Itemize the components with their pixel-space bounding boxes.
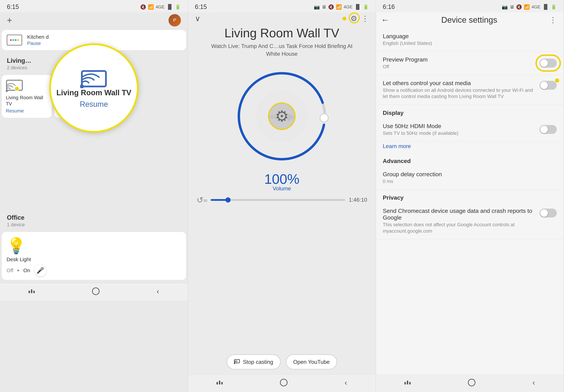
preview-program-toggle[interactable]: [540, 59, 557, 68]
network-label: 4GE: [156, 4, 165, 10]
dot-red: [10, 39, 12, 41]
language-title: Language: [383, 33, 557, 40]
device-circle-highlight[interactable]: Living Room Wall TV Resume: [49, 43, 139, 133]
settings-footer: [376, 239, 564, 244]
group-delay-text: Group delay correction 0 ms: [383, 171, 557, 184]
let-others-control-row[interactable]: Let others control your cast media Show …: [376, 75, 564, 105]
more-options-3[interactable]: ⋮: [549, 15, 557, 24]
back-button-3-nav[interactable]: ‹: [533, 378, 535, 387]
status-time-2: 6:15: [195, 3, 207, 11]
signal-icon: ▐▌: [166, 4, 173, 10]
cast-stop-svg: [234, 359, 240, 364]
mute-icon-3: 🔇: [516, 4, 522, 10]
home-button-3[interactable]: [468, 379, 475, 386]
stop-casting-button[interactable]: Stop casting: [227, 354, 281, 369]
back-button-1[interactable]: ‹: [157, 287, 159, 295]
learn-more-link[interactable]: Learn more: [376, 141, 564, 153]
signal-icon-3: ▐▌: [542, 4, 549, 10]
progress-bar[interactable]: [211, 199, 345, 201]
send-data-sub: This selection does not affect your Goog…: [383, 222, 536, 234]
back-button-3[interactable]: ←: [381, 15, 389, 25]
nav-bars-icon[interactable]: [28, 289, 35, 293]
gear-icon[interactable]: ⚙: [351, 14, 357, 23]
signal-icon-2: ▐▌: [354, 4, 361, 10]
let-others-toggle[interactable]: [540, 81, 557, 90]
status-time-1: 6:15: [7, 3, 19, 11]
preview-program-sub: Off: [383, 64, 540, 70]
kitchen-device-name: Kitchen d: [27, 34, 182, 40]
status-bar-3: 6:16 📷 🖥 🔇 📶 4GE ▐▌ 🔋: [376, 0, 564, 12]
stop-casting-label: Stop casting: [243, 359, 273, 365]
display-section-header: Display: [376, 105, 564, 118]
nav-bars-icon-2[interactable]: [216, 381, 223, 384]
dot-blue: [15, 39, 16, 41]
hdmi-mode-row[interactable]: Use 50Hz HDMI Mode Sets TV to 50Hz mode …: [376, 118, 564, 141]
center-gear-overlay: ⚙: [268, 102, 296, 130]
hdmi-text: Use 50Hz HDMI Mode Sets TV to 50Hz mode …: [383, 123, 540, 136]
language-sub: English (United States): [383, 40, 557, 46]
home-button-2[interactable]: [280, 379, 287, 386]
home-button-1[interactable]: [92, 287, 99, 295]
status-icons-2: 📷 🖥 🔇 📶 4GE ▐▌ 🔋: [314, 4, 369, 10]
avatar-initial: P: [173, 17, 176, 23]
cast-device-icon: [6, 79, 23, 93]
toggle-thumb-data: [540, 209, 548, 217]
open-youtube-label: Open YouTube: [293, 359, 330, 365]
office-section-title: Office: [3, 212, 184, 222]
back-chevron[interactable]: ∨: [195, 14, 200, 23]
chromecast-display-icon: [7, 35, 22, 46]
circle-device-title: Living Room Wall TV: [56, 88, 131, 97]
p2-header-right: ⚙ ⋮: [342, 14, 369, 23]
mic-button[interactable]: 🎤: [34, 265, 46, 277]
send-data-title: Send Chromecast device usage data and cr…: [383, 208, 536, 221]
volume-section: ⚙ ⏮ ▶: [195, 65, 369, 171]
svg-point-8: [320, 114, 328, 122]
let-others-title: Let others control your cast media: [383, 80, 536, 86]
status-bar-2: 6:15 📷 🖥 🔇 📶 4GE ▐▌ 🔋: [188, 0, 376, 12]
group-delay-sub: 0 ms: [383, 178, 557, 184]
living-room-section: Living Room Wall TV Resume Living… 2 dev…: [0, 54, 188, 121]
wall-tv-resume[interactable]: Resume: [6, 108, 24, 114]
living-room-wall-tv-card[interactable]: Living Room Wall TV Resume: [2, 75, 52, 118]
preview-program-row[interactable]: Preview Program Off: [376, 51, 564, 75]
battery-icon: 🔋: [175, 4, 181, 10]
desk-light-controls: Off On 🎤: [7, 265, 181, 277]
bar1-3: [404, 382, 406, 384]
let-others-toggle-wrapper: [540, 81, 557, 90]
advanced-section-header: Advanced: [376, 153, 564, 166]
hdmi-toggle[interactable]: [540, 125, 557, 134]
nav-bars-icon-3[interactable]: [404, 381, 411, 384]
open-youtube-button[interactable]: Open YouTube: [286, 354, 337, 369]
privacy-section-header: Privacy: [376, 189, 564, 203]
desk-light-card[interactable]: 💡 Desk Light Off On 🎤: [2, 232, 186, 280]
screen-icon: 🖥: [322, 4, 326, 10]
hdmi-title: Use 50Hz HDMI Mode: [383, 123, 540, 129]
circle-resume-action[interactable]: Resume: [80, 100, 108, 109]
let-others-sub: Show a notification on all Android devic…: [383, 87, 536, 100]
replay-30-icon[interactable]: ↺30: [197, 195, 207, 205]
display-dots: [10, 39, 19, 41]
desk-light-icon: 💡: [7, 237, 181, 255]
back-button-2[interactable]: ‹: [345, 378, 347, 387]
add-button[interactable]: +: [7, 15, 12, 26]
user-avatar[interactable]: P: [169, 14, 181, 27]
progress-fill: [211, 199, 227, 201]
send-data-row[interactable]: Send Chromecast device usage data and cr…: [376, 203, 564, 239]
status-bar-1: 6:15 🔇 📶 4GE ▐▌ 🔋: [0, 0, 188, 12]
bar2-3: [407, 381, 408, 384]
bar3-2: [221, 382, 223, 384]
light-off-label[interactable]: Off: [7, 267, 13, 273]
let-others-text: Let others control your cast media Show …: [383, 80, 536, 100]
language-row[interactable]: Language English (United States): [376, 28, 564, 51]
light-on-label[interactable]: On: [23, 267, 30, 273]
lte-label: 4GE: [344, 4, 352, 10]
send-data-toggle[interactable]: [540, 209, 557, 218]
battery-icon-2: 🔋: [363, 4, 369, 10]
hdmi-sub: Sets TV to 50Hz mode (if available): [383, 130, 540, 136]
preview-program-text: Preview Program Off: [383, 56, 540, 70]
more-options-button[interactable]: ⋮: [361, 14, 369, 23]
wifi-icon-2: 📶: [336, 4, 342, 10]
group-delay-row[interactable]: Group delay correction 0 ms: [376, 166, 564, 189]
wifi-icon-3: 📶: [524, 4, 530, 10]
p2-header: ∨ ⚙ ⋮: [188, 12, 376, 25]
